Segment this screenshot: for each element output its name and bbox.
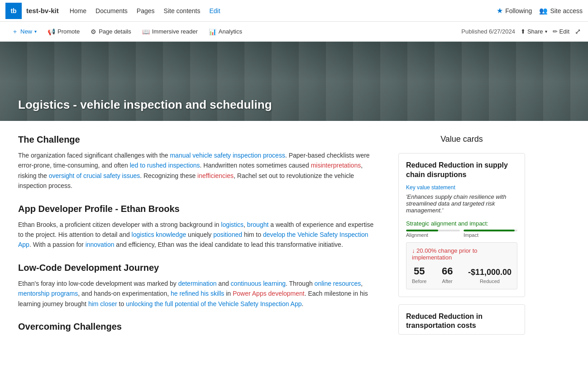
promote-icon: 📢 (48, 28, 55, 35)
before-label: Before (412, 279, 426, 284)
edit-icon: ✏ (553, 28, 558, 35)
value-card-2: Reduced Reduction in transportation cost… (398, 304, 525, 335)
share-button[interactable]: ⬆ Share ▾ (521, 28, 547, 35)
chevron-down-icon: ▾ (34, 29, 37, 34)
alignment-label: Alignment (406, 232, 460, 238)
promote-label: Promote (57, 28, 80, 35)
after-metric: 66 After (442, 265, 453, 284)
immersive-reader-button[interactable]: 📖 Immersive reader (138, 26, 202, 37)
challenge-text: The organization faced significant chall… (18, 150, 380, 191)
immersive-reader-label: Immersive reader (152, 28, 198, 35)
published-status: Published 6/27/2024 (461, 28, 515, 35)
reduced-metric: -$11,000.00 Reduced (468, 268, 512, 284)
plus-icon: ＋ (12, 28, 18, 36)
developer-title: App Developer Profile - Ethan Brooks (18, 204, 380, 214)
alignment-bar-group: Alignment (406, 230, 460, 238)
nav-documents[interactable]: Documents (96, 7, 128, 14)
lowcode-text: Ethan's foray into low-code development … (18, 279, 380, 309)
key-value-label-1: Key value statement (406, 184, 517, 191)
following-label: Following (505, 7, 532, 14)
metrics-box-1: ↓ 20.00% change prior to implementation … (406, 242, 517, 289)
share-icon: ⬆ (521, 28, 526, 35)
strategic-label-1: Strategic alignment and impact: (406, 220, 517, 227)
hero-title: Logistics - vehicle inspection and sched… (0, 98, 272, 112)
section-challenges: Overcoming Challenges (18, 322, 380, 332)
lowcode-title: Low-Code Development Journey (18, 263, 380, 273)
site-access-label: Site access (550, 7, 583, 14)
section-developer: App Developer Profile - Ethan Brooks Eth… (18, 204, 380, 250)
site-name: test-bv-kit (26, 7, 59, 14)
logo-initials: tb (10, 7, 16, 14)
chevron-down-icon: ▾ (545, 29, 547, 34)
edit-button[interactable]: ✏ Edit (553, 28, 569, 35)
main-content: The Challenge The organization faced sig… (0, 121, 588, 355)
reduced-value: -$11,000.00 (468, 268, 512, 277)
challenge-title: The Challenge (18, 134, 380, 145)
nav-pages[interactable]: Pages (137, 7, 155, 14)
page-details-label: Page details (99, 28, 131, 35)
site-access-button[interactable]: 👥 Site access (539, 7, 583, 15)
new-label: New (20, 28, 32, 35)
value-cards-title: Value cards (398, 134, 525, 144)
hero-section: Logistics - vehicle inspection and sched… (0, 42, 588, 121)
new-button[interactable]: ＋ New ▾ (7, 26, 41, 38)
impact-bar-group: Impact (464, 230, 517, 238)
value-card-1: Reduced Reduction in supply chain disrup… (398, 153, 525, 297)
people-icon: 👥 (539, 7, 548, 15)
impact-track (464, 230, 517, 231)
nav-edit[interactable]: Edit (210, 7, 220, 14)
analytics-icon: 📊 (209, 28, 216, 35)
nav-home[interactable]: Home (70, 7, 86, 14)
main-nav: Home Documents Pages Site contents Edit (70, 7, 220, 14)
alignment-bars-1: Alignment Impact (406, 230, 517, 238)
key-value-text-1: 'Enhances supply chain resilience with s… (406, 193, 517, 214)
nav-site-contents[interactable]: Site contents (164, 7, 201, 14)
share-label: Share (527, 28, 543, 35)
details-icon: ⚙ (91, 28, 96, 35)
analytics-button[interactable]: 📊 Analytics (204, 26, 247, 37)
developer-text: Ethan Brooks, a proficient citizen devel… (18, 220, 380, 250)
sidebar-section: Value cards Reduced Reduction in supply … (398, 134, 525, 342)
alignment-track (406, 230, 460, 231)
after-value: 66 (442, 265, 453, 277)
alignment-fill (406, 230, 438, 231)
star-icon: ★ (497, 6, 503, 15)
reader-icon: 📖 (142, 28, 150, 35)
section-lowcode: Low-Code Development Journey Ethan's for… (18, 263, 380, 309)
impact-fill (464, 230, 515, 231)
analytics-label: Analytics (219, 28, 242, 35)
value-card-2-title: Reduced Reduction in transportation cost… (406, 312, 517, 331)
top-right-actions: ★ Following 👥 Site access (497, 6, 583, 15)
expand-icon[interactable]: ⤢ (575, 27, 581, 36)
promote-button[interactable]: 📢 Promote (43, 26, 84, 37)
impact-label: Impact (464, 232, 517, 238)
page-toolbar: ＋ New ▾ 📢 Promote ⚙ Page details 📖 Immer… (0, 22, 588, 42)
after-label: After (442, 279, 453, 284)
article-section: The Challenge The organization faced sig… (18, 134, 380, 342)
metrics-row-1: 55 Before 66 After -$11,000.00 Reduced (412, 265, 512, 284)
page-details-button[interactable]: ⚙ Page details (86, 26, 136, 37)
before-metric: 55 Before (412, 265, 426, 284)
change-indicator-1: ↓ 20.00% change prior to implementation (412, 247, 512, 261)
top-nav: tb test-bv-kit Home Documents Pages Site… (0, 0, 588, 22)
site-logo: tb (5, 3, 22, 19)
edit-label: Edit (559, 28, 569, 35)
reduced-label: Reduced (480, 279, 500, 284)
section-challenge: The Challenge The organization faced sig… (18, 134, 380, 191)
value-card-1-title: Reduced Reduction in supply chain disrup… (406, 161, 517, 180)
following-button[interactable]: ★ Following (497, 6, 532, 15)
challenges-title: Overcoming Challenges (18, 322, 380, 332)
toolbar-right: Published 6/27/2024 ⬆ Share ▾ ✏ Edit ⤢ (461, 27, 581, 36)
before-value: 55 (412, 265, 426, 277)
